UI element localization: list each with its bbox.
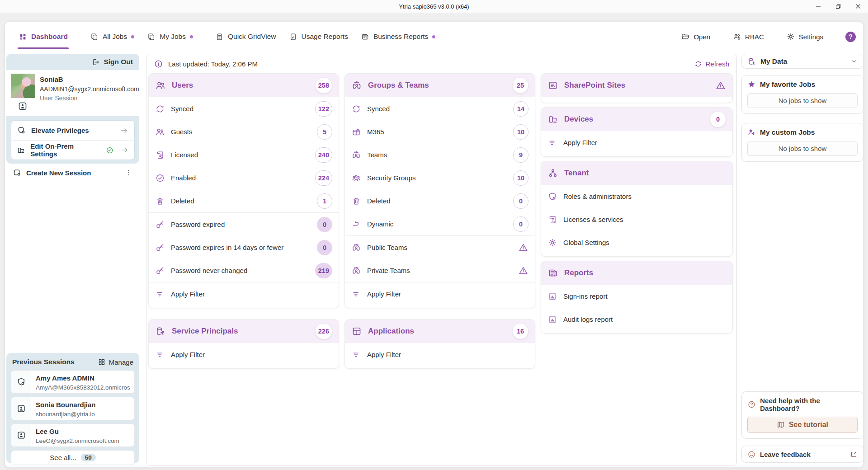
question-circle-icon: [747, 400, 756, 409]
row-password-expired[interactable]: Password expired0: [149, 213, 339, 236]
minimize-button[interactable]: [808, 0, 828, 13]
service-principals-icon: [155, 326, 166, 337]
filter-icon: [351, 350, 361, 360]
guests-icon: [155, 127, 165, 137]
manage-sessions-button[interactable]: Manage: [98, 358, 133, 366]
help-button[interactable]: ?: [845, 32, 856, 42]
row-licensed[interactable]: Licensed240: [149, 143, 339, 166]
row-public-teams[interactable]: Public Teams: [345, 236, 535, 259]
favorite-jobs-empty: No jobs to show: [747, 93, 858, 108]
see-tutorial-button[interactable]: See tutorial: [747, 417, 858, 433]
row-m365[interactable]: M36510: [345, 120, 535, 143]
card-title: Devices: [564, 115, 593, 124]
tab-dashboard[interactable]: Dashboard: [12, 22, 74, 52]
help-question: Need help with the Dashboard?: [760, 397, 858, 412]
card-header-reports[interactable]: Reports: [541, 261, 732, 285]
row-sign-ins-report[interactable]: Sign-ins report: [541, 285, 732, 308]
edit-on-prem-settings-button[interactable]: Edit On-Prem Settings: [11, 140, 134, 160]
card-header-tenant[interactable]: Tenant: [541, 161, 732, 185]
dashboard-columns: Users258Synced122Guests5Licensed240Enabl…: [148, 73, 735, 464]
tab-usage-reports[interactable]: Usage Reports: [283, 22, 354, 52]
row-teams[interactable]: Teams9: [345, 143, 535, 166]
row-label: Licenses & services: [563, 216, 623, 223]
session-item-sonia-bounardjian[interactable]: Sonia Bounardjiansbounardjian@ytria.io: [11, 397, 135, 420]
row-security-groups[interactable]: Security Groups10: [345, 166, 535, 189]
leave-feedback-button[interactable]: Leave feedback: [741, 446, 863, 463]
row-roles-administrators[interactable]: Roles & administrators: [541, 185, 732, 208]
session-name: Sonia Bounardjian: [36, 400, 96, 410]
row-apply-filter[interactable]: Apply Filter: [149, 343, 339, 366]
card-header-service-principals[interactable]: Service Principals226: [149, 320, 339, 343]
chevron-down-icon: [827, 34, 833, 40]
row-synced[interactable]: Synced122: [149, 97, 339, 120]
tab-all-jobs[interactable]: All Jobs: [84, 22, 141, 52]
count-badge: 16: [512, 323, 528, 339]
filter-icon: [155, 289, 165, 299]
session-item-lee-gu[interactable]: Lee GuLeeG@sygx2.onmicrosoft.com: [11, 423, 135, 447]
row-label: Private Teams: [367, 267, 410, 274]
card-title: Groups & Teams: [368, 81, 429, 90]
row-label: Guests: [171, 128, 193, 136]
row-apply-filter[interactable]: Apply Filter: [149, 282, 339, 306]
row-audit-logs-report[interactable]: Audit logs report: [541, 308, 732, 331]
row-deleted[interactable]: Deleted0: [345, 189, 535, 212]
favorite-jobs-title: My favorite Jobs: [760, 80, 815, 89]
row-licenses-services[interactable]: Licenses & services: [541, 208, 732, 231]
session-name: Amy Ames ADMIN: [36, 373, 130, 383]
row-apply-filter[interactable]: Apply Filter: [345, 282, 535, 306]
doc-chart-icon: [547, 315, 557, 324]
row-count-badge: 0: [317, 240, 332, 255]
row-count-badge: 0: [317, 217, 332, 232]
notification-dot: [190, 35, 193, 38]
tab-quick-gridview[interactable]: Quick GridView: [209, 22, 283, 52]
row-apply-filter[interactable]: Apply Filter: [541, 131, 732, 154]
row-apply-filter[interactable]: Apply Filter: [345, 343, 535, 366]
row-count-badge: 1: [317, 193, 332, 209]
row-count-badge: 224: [315, 170, 332, 186]
row-password-never-changed[interactable]: Password never changed219: [149, 259, 339, 282]
row-label: Password never changed: [171, 267, 247, 274]
elevate-privileges-button[interactable]: Elevate Privileges: [11, 121, 134, 140]
row-dynamic[interactable]: Dynamic0: [345, 212, 535, 235]
row-guests[interactable]: Guests5: [149, 120, 339, 143]
session-item-amy-ames-admin[interactable]: Amy Ames ADMINAmyA@M365x85832012.onmicro…: [11, 370, 135, 394]
row-password-expires-in-14-days-or-fewer[interactable]: Password expires in 14 days or fewer0: [149, 236, 339, 259]
row-private-teams[interactable]: Private Teams: [345, 259, 535, 282]
card-header-users[interactable]: Users258: [149, 74, 339, 97]
sign-out-button[interactable]: Sign Out: [6, 54, 139, 70]
create-new-session-button[interactable]: Create New Session: [6, 164, 139, 181]
my-data-header[interactable]: My Data: [741, 54, 863, 69]
tab-business-reports[interactable]: Business Reports: [354, 22, 442, 52]
card-header-applications[interactable]: Applications16: [345, 320, 535, 343]
tab-my-jobs[interactable]: My Jobs: [141, 22, 199, 52]
kebab-menu-icon[interactable]: [125, 169, 133, 177]
refresh-button[interactable]: Refresh: [694, 60, 729, 68]
person-badge-icon: [17, 101, 28, 112]
card-header-devices[interactable]: Devices0: [541, 108, 732, 131]
row-deleted[interactable]: Deleted1: [149, 189, 339, 212]
see-all-sessions-button[interactable]: See all... 50: [11, 450, 135, 465]
person-badge-icon: [16, 404, 26, 414]
card-header-groups-teams[interactable]: Groups & Teams25: [345, 74, 535, 97]
count-badge: 226: [315, 323, 332, 339]
count-badge: 258: [315, 77, 332, 94]
open-window-icon[interactable]: [850, 451, 858, 458]
tab-label: My Jobs: [160, 33, 186, 41]
open-menu-button[interactable]: Open: [681, 32, 720, 41]
chevron-down-icon[interactable]: [850, 58, 858, 65]
count-badge: 0: [710, 111, 726, 127]
menu-label: Settings: [799, 33, 823, 41]
folder-open-icon: [681, 32, 690, 41]
close-button[interactable]: [848, 0, 868, 13]
row-synced[interactable]: Synced14: [345, 97, 535, 120]
user-email: AADMIN1@sygx2.onmicrosoft.com: [40, 85, 136, 94]
settings-menu-button[interactable]: Settings: [786, 32, 833, 41]
dashboard-column-1: Users258Synced122Guests5Licensed240Enabl…: [148, 73, 339, 464]
card-header-sharepoint-sites[interactable]: SharePoint Sites: [541, 74, 732, 97]
row-enabled[interactable]: Enabled224: [149, 166, 339, 189]
row-label: Apply Filter: [563, 139, 597, 146]
rbac-menu-button[interactable]: RBAC: [732, 32, 774, 41]
refresh-icon: [694, 60, 702, 68]
restore-button[interactable]: [828, 0, 848, 13]
row-global-settings[interactable]: Global Settings: [541, 231, 732, 254]
